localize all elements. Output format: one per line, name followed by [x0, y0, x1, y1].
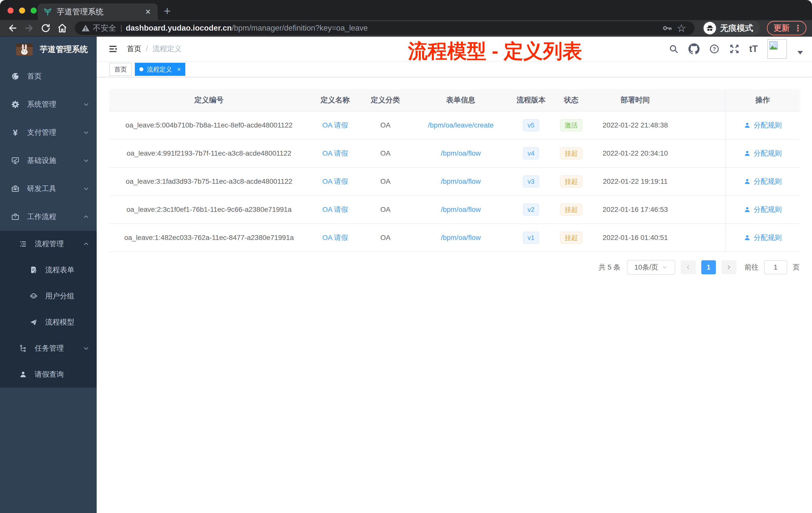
page-number-1[interactable]: 1 — [701, 260, 716, 274]
definition-name-link[interactable]: OA 请假 — [322, 233, 348, 242]
version-badge: v3 — [523, 175, 539, 187]
sidebar-item-user-group[interactable]: 用户分组 — [0, 283, 97, 309]
chevron-down-icon — [83, 185, 90, 192]
new-tab-button[interactable]: + — [164, 5, 171, 17]
col-filler — [678, 140, 725, 167]
address-bar[interactable]: 不安全 | dashboard.yudao.iocoder.cn/bpm/man… — [75, 21, 695, 35]
navbar-actions: ? tT — [668, 39, 803, 59]
tag-process-definition[interactable]: 流程定义 × — [135, 63, 185, 76]
sidebar-item-process-mgmt[interactable]: 流程管理 — [0, 231, 97, 257]
github-icon[interactable] — [689, 43, 699, 55]
definition-name-link[interactable]: OA 请假 — [322, 177, 348, 186]
assign-rule-button[interactable]: 分配规则 — [744, 177, 782, 186]
sidebar-item-task-mgmt[interactable]: 任务管理 — [0, 335, 97, 361]
hamburger-icon[interactable] — [106, 44, 121, 54]
chevron-left-icon — [685, 264, 692, 271]
bookmark-star-icon[interactable]: ☆ — [674, 21, 689, 35]
home-icon[interactable] — [55, 21, 69, 35]
incognito-icon — [703, 22, 716, 34]
close-window-button[interactable] — [7, 7, 13, 13]
definition-id: oa_leave:3:1fad3d93-7b75-11ec-a3c8-acde4… — [109, 168, 309, 195]
tree-icon — [19, 344, 27, 352]
browser-toolbar: 不安全 | dashboard.yudao.iocoder.cn/bpm/man… — [0, 20, 812, 37]
sidebar-item-system[interactable]: 系统管理 — [0, 90, 97, 118]
chevron-down-icon — [83, 101, 90, 108]
sidebar-item-label: 首页 — [27, 71, 90, 81]
page-size-value: 10条/页 — [635, 263, 658, 272]
briefcase-icon — [11, 213, 20, 221]
sidebar-item-label: 请假查询 — [35, 369, 90, 380]
svg-text:?: ? — [713, 46, 716, 52]
traffic-lights — [7, 7, 37, 13]
definition-name-link[interactable]: OA 请假 — [322, 149, 348, 158]
dashboard-icon — [11, 72, 20, 81]
sidebar-item-process-form[interactable]: 流程表单 — [0, 257, 97, 283]
breadcrumb-separator: / — [146, 45, 148, 53]
sidebar-logo[interactable]: 芋道管理系统 — [0, 37, 97, 62]
minimize-window-button[interactable] — [19, 7, 25, 13]
browser-tabstrip: 芋道管理系统 × + — [0, 0, 812, 20]
breadcrumb-home[interactable]: 首页 — [127, 44, 141, 54]
sidebar-item-process-model[interactable]: 流程模型 — [0, 309, 97, 335]
sidebar-item-label: 工作流程 — [27, 212, 83, 222]
sidebar-item-devtools[interactable]: 研发工具 — [0, 175, 97, 203]
update-label[interactable]: 更新 — [774, 23, 790, 34]
table-header-row: 定义编号 定义名称 定义分类 表单信息 流程版本 状态 部署时间 操作 — [109, 89, 800, 112]
sidebar-item-workflow[interactable]: 工作流程 — [0, 203, 97, 231]
search-icon[interactable] — [668, 44, 679, 54]
url-separator: | — [120, 24, 122, 32]
forward-icon[interactable] — [22, 21, 36, 35]
help-icon[interactable]: ? — [709, 44, 720, 54]
form-link[interactable]: /bpm/oa/flow — [441, 206, 481, 214]
main-area: 流程模型 - 定义列表 首页 / 流程定义 ? — [97, 37, 812, 513]
definition-name-link[interactable]: OA 请假 — [322, 205, 348, 214]
form-link[interactable]: /bpm/oa/leave/create — [428, 121, 494, 129]
col-header: 操作 — [725, 89, 800, 111]
sidebar-item-label: 流程表单 — [45, 265, 90, 275]
url-domain[interactable]: dashboard.yudao.iocoder.cn — [126, 24, 232, 33]
goto-page-input[interactable] — [764, 260, 787, 274]
page-size-select[interactable]: 10条/页 — [627, 260, 675, 275]
reload-icon[interactable] — [39, 21, 53, 35]
form-link[interactable]: /bpm/oa/flow — [441, 149, 481, 157]
tag-home[interactable]: 首页 — [109, 63, 132, 76]
fullscreen-icon[interactable] — [729, 44, 740, 54]
maximize-window-button[interactable] — [31, 7, 37, 13]
form-link[interactable]: /bpm/oa/flow — [441, 234, 481, 242]
back-icon[interactable] — [5, 21, 20, 35]
tag-label: 流程定义 — [147, 65, 172, 73]
col-header: 部署时间 — [592, 89, 678, 111]
app-title: 芋道管理系统 — [40, 44, 88, 55]
assign-rule-button[interactable]: 分配规则 — [744, 120, 782, 130]
user-avatar-broken-image[interactable] — [767, 39, 787, 59]
sidebar-item-infra[interactable]: 基础设施 — [0, 147, 97, 175]
sidebar-item-leave-query[interactable]: 请假查询 — [0, 361, 97, 388]
assign-rule-button[interactable]: 分配规则 — [744, 233, 782, 242]
form-link[interactable]: /bpm/oa/flow — [441, 177, 481, 185]
security-label[interactable]: 不安全 — [93, 23, 116, 33]
chevron-down-icon — [83, 157, 90, 164]
sidebar-item-payment[interactable]: ¥ 支付管理 — [0, 118, 97, 147]
assign-rule-button[interactable]: 分配规则 — [744, 205, 782, 214]
browser-update-button[interactable]: 更新 ⋮ — [767, 21, 807, 35]
tab-close-icon[interactable]: × — [144, 7, 152, 16]
sidebar-item-label: 用户分组 — [45, 291, 90, 301]
browser-menu-icon[interactable]: ⋮ — [794, 24, 802, 32]
yen-icon: ¥ — [11, 128, 20, 138]
next-page-button[interactable] — [721, 260, 736, 274]
navbar: 首页 / 流程定义 ? tT — [97, 37, 812, 62]
url-path[interactable]: /bpm/manager/definition?key=oa_leave — [232, 24, 368, 33]
tag-close-icon[interactable]: × — [177, 65, 181, 73]
definition-name-link[interactable]: OA 请假 — [322, 120, 348, 130]
prev-page-button[interactable] — [681, 260, 696, 274]
sidebar-item-home[interactable]: 首页 — [0, 62, 97, 90]
status-badge: 挂起 — [560, 232, 582, 244]
avatar-caret-down-icon[interactable] — [798, 51, 803, 55]
form-document-icon — [30, 266, 38, 274]
col-header: 定义名称 — [309, 89, 361, 111]
password-key-icon[interactable] — [660, 21, 674, 35]
browser-tab[interactable]: 芋道管理系统 × — [38, 3, 158, 20]
assign-rule-button[interactable]: 分配规则 — [744, 149, 782, 158]
font-size-icon[interactable]: tT — [749, 44, 758, 54]
version-badge: v5 — [523, 119, 539, 131]
